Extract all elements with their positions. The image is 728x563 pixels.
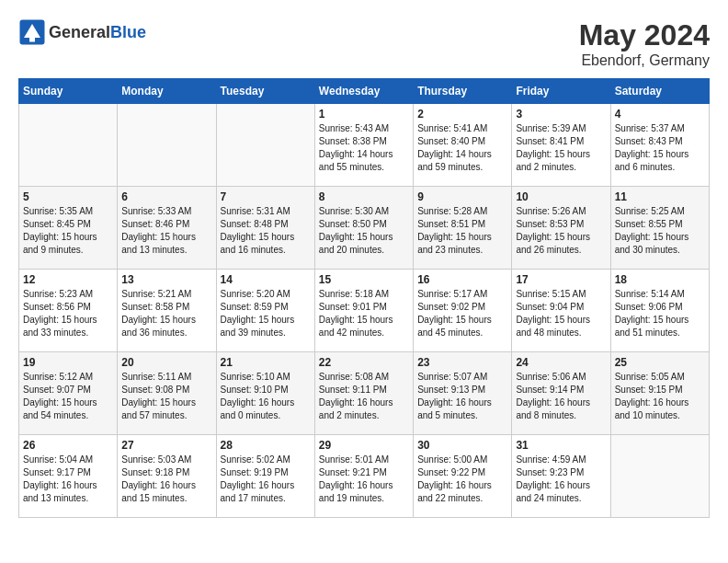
calendar-cell [610, 435, 709, 518]
day-number: 30 [417, 439, 507, 452]
calendar-cell: 3Sunrise: 5:39 AMSunset: 8:41 PMDaylight… [512, 104, 610, 187]
day-info: Sunrise: 5:06 AMSunset: 9:14 PMDaylight:… [516, 371, 606, 422]
calendar-cell: 15Sunrise: 5:18 AMSunset: 9:01 PMDayligh… [314, 270, 413, 352]
day-number: 22 [319, 356, 409, 369]
calendar-cell: 28Sunrise: 5:02 AMSunset: 9:19 PMDayligh… [216, 435, 314, 518]
calendar-cell: 24Sunrise: 5:06 AMSunset: 9:14 PMDayligh… [512, 352, 610, 435]
day-number: 14 [221, 273, 311, 286]
day-info: Sunrise: 5:33 AMSunset: 8:46 PMDaylight:… [121, 205, 211, 257]
day-info: Sunrise: 5:01 AMSunset: 9:21 PMDaylight:… [319, 454, 409, 505]
calendar-cell [118, 104, 216, 187]
calendar-cell: 9Sunrise: 5:28 AMSunset: 8:51 PMDaylight… [414, 187, 512, 270]
day-number: 2 [417, 108, 507, 121]
calendar-cell: 21Sunrise: 5:10 AMSunset: 9:10 PMDayligh… [216, 352, 314, 435]
day-number: 26 [23, 439, 113, 452]
logo-general-text: General [49, 23, 110, 41]
calendar-table: SundayMondayTuesdayWednesdayThursdayFrid… [18, 78, 710, 518]
day-info: Sunrise: 5:15 AMSunset: 9:04 PMDaylight:… [516, 288, 606, 339]
day-info: Sunrise: 5:28 AMSunset: 8:51 PMDaylight:… [417, 205, 507, 257]
calendar-cell: 11Sunrise: 5:25 AMSunset: 8:55 PMDayligh… [610, 187, 709, 270]
calendar-cell: 14Sunrise: 5:20 AMSunset: 8:59 PMDayligh… [216, 270, 314, 352]
calendar-cell [19, 104, 118, 187]
day-number: 7 [221, 190, 311, 203]
day-number: 9 [417, 190, 507, 203]
calendar-cell: 8Sunrise: 5:30 AMSunset: 8:50 PMDaylight… [314, 187, 413, 270]
day-info: Sunrise: 5:39 AMSunset: 8:41 PMDaylight:… [516, 122, 606, 174]
day-info: Sunrise: 5:12 AMSunset: 9:07 PMDaylight:… [23, 371, 113, 422]
logo-icon [18, 18, 46, 46]
day-number: 29 [319, 439, 409, 452]
day-info: Sunrise: 5:31 AMSunset: 8:48 PMDaylight:… [221, 205, 311, 257]
day-info: Sunrise: 5:37 AMSunset: 8:43 PMDaylight:… [615, 122, 705, 174]
calendar-cell: 1Sunrise: 5:43 AMSunset: 8:38 PMDaylight… [314, 104, 413, 187]
day-number: 19 [23, 356, 113, 369]
week-row-1: 1Sunrise: 5:43 AMSunset: 8:38 PMDaylight… [19, 104, 710, 187]
weekday-header-row: SundayMondayTuesdayWednesdayThursdayFrid… [19, 79, 710, 104]
day-info: Sunrise: 5:08 AMSunset: 9:11 PMDaylight:… [319, 371, 409, 422]
day-number: 13 [121, 273, 211, 286]
calendar-location: Ebendorf, Germany [579, 52, 710, 69]
calendar-body: 1Sunrise: 5:43 AMSunset: 8:38 PMDaylight… [19, 104, 710, 518]
week-row-2: 5Sunrise: 5:35 AMSunset: 8:45 PMDaylight… [19, 187, 710, 270]
day-info: Sunrise: 5:07 AMSunset: 9:13 PMDaylight:… [417, 371, 507, 422]
day-number: 10 [516, 190, 606, 203]
day-info: Sunrise: 5:41 AMSunset: 8:40 PMDaylight:… [417, 122, 507, 174]
page-header: GeneralBlue May 2024 Ebendorf, Germany [18, 18, 710, 69]
day-info: Sunrise: 5:26 AMSunset: 8:53 PMDaylight:… [516, 205, 606, 257]
day-info: Sunrise: 5:02 AMSunset: 9:19 PMDaylight:… [221, 454, 311, 505]
weekday-header-friday: Friday [512, 79, 610, 104]
calendar-cell: 30Sunrise: 5:00 AMSunset: 9:22 PMDayligh… [414, 435, 512, 518]
day-info: Sunrise: 5:20 AMSunset: 8:59 PMDaylight:… [221, 288, 311, 339]
day-number: 20 [121, 356, 211, 369]
calendar-cell: 18Sunrise: 5:14 AMSunset: 9:06 PMDayligh… [610, 270, 709, 352]
day-info: Sunrise: 5:17 AMSunset: 9:02 PMDaylight:… [417, 288, 507, 339]
calendar-cell: 26Sunrise: 5:04 AMSunset: 9:17 PMDayligh… [19, 435, 118, 518]
day-number: 8 [319, 190, 409, 203]
day-info: Sunrise: 5:21 AMSunset: 8:58 PMDaylight:… [121, 288, 211, 339]
weekday-header-sunday: Sunday [19, 79, 118, 104]
day-info: Sunrise: 5:05 AMSunset: 9:15 PMDaylight:… [615, 371, 705, 422]
calendar-cell: 25Sunrise: 5:05 AMSunset: 9:15 PMDayligh… [610, 352, 709, 435]
calendar-cell: 23Sunrise: 5:07 AMSunset: 9:13 PMDayligh… [414, 352, 512, 435]
calendar-cell: 19Sunrise: 5:12 AMSunset: 9:07 PMDayligh… [19, 352, 118, 435]
calendar-cell: 22Sunrise: 5:08 AMSunset: 9:11 PMDayligh… [314, 352, 413, 435]
day-number: 11 [615, 190, 705, 203]
logo-blue-text: Blue [110, 23, 146, 41]
day-info: Sunrise: 5:30 AMSunset: 8:50 PMDaylight:… [319, 205, 409, 257]
weekday-header-tuesday: Tuesday [216, 79, 314, 104]
day-info: Sunrise: 5:04 AMSunset: 9:17 PMDaylight:… [23, 454, 113, 505]
day-number: 21 [221, 356, 311, 369]
day-info: Sunrise: 5:23 AMSunset: 8:56 PMDaylight:… [23, 288, 113, 339]
calendar-cell: 31Sunrise: 4:59 AMSunset: 9:23 PMDayligh… [512, 435, 610, 518]
calendar-cell: 16Sunrise: 5:17 AMSunset: 9:02 PMDayligh… [414, 270, 512, 352]
week-row-3: 12Sunrise: 5:23 AMSunset: 8:56 PMDayligh… [19, 270, 710, 352]
day-info: Sunrise: 5:00 AMSunset: 9:22 PMDaylight:… [417, 454, 507, 505]
calendar-cell: 27Sunrise: 5:03 AMSunset: 9:18 PMDayligh… [118, 435, 216, 518]
day-info: Sunrise: 5:18 AMSunset: 9:01 PMDaylight:… [319, 288, 409, 339]
logo: GeneralBlue [18, 18, 146, 46]
day-info: Sunrise: 5:03 AMSunset: 9:18 PMDaylight:… [121, 454, 211, 505]
day-info: Sunrise: 5:25 AMSunset: 8:55 PMDaylight:… [615, 205, 705, 257]
calendar-cell: 4Sunrise: 5:37 AMSunset: 8:43 PMDaylight… [610, 104, 709, 187]
week-row-4: 19Sunrise: 5:12 AMSunset: 9:07 PMDayligh… [19, 352, 710, 435]
calendar-cell: 29Sunrise: 5:01 AMSunset: 9:21 PMDayligh… [314, 435, 413, 518]
day-info: Sunrise: 5:10 AMSunset: 9:10 PMDaylight:… [221, 371, 311, 422]
week-row-5: 26Sunrise: 5:04 AMSunset: 9:17 PMDayligh… [19, 435, 710, 518]
day-number: 23 [417, 356, 507, 369]
calendar-cell: 2Sunrise: 5:41 AMSunset: 8:40 PMDaylight… [414, 104, 512, 187]
day-number: 3 [516, 108, 606, 121]
calendar-cell: 17Sunrise: 5:15 AMSunset: 9:04 PMDayligh… [512, 270, 610, 352]
day-info: Sunrise: 5:11 AMSunset: 9:08 PMDaylight:… [121, 371, 211, 422]
calendar-cell: 10Sunrise: 5:26 AMSunset: 8:53 PMDayligh… [512, 187, 610, 270]
day-info: Sunrise: 5:35 AMSunset: 8:45 PMDaylight:… [23, 205, 113, 257]
calendar-month-year: May 2024 [579, 18, 710, 52]
day-number: 5 [23, 190, 113, 203]
calendar-title-block: May 2024 Ebendorf, Germany [579, 18, 710, 69]
day-number: 24 [516, 356, 606, 369]
day-number: 1 [319, 108, 409, 121]
weekday-header-wednesday: Wednesday [314, 79, 413, 104]
calendar-cell: 6Sunrise: 5:33 AMSunset: 8:46 PMDaylight… [118, 187, 216, 270]
calendar-cell [216, 104, 314, 187]
day-number: 31 [516, 439, 606, 452]
day-number: 27 [121, 439, 211, 452]
